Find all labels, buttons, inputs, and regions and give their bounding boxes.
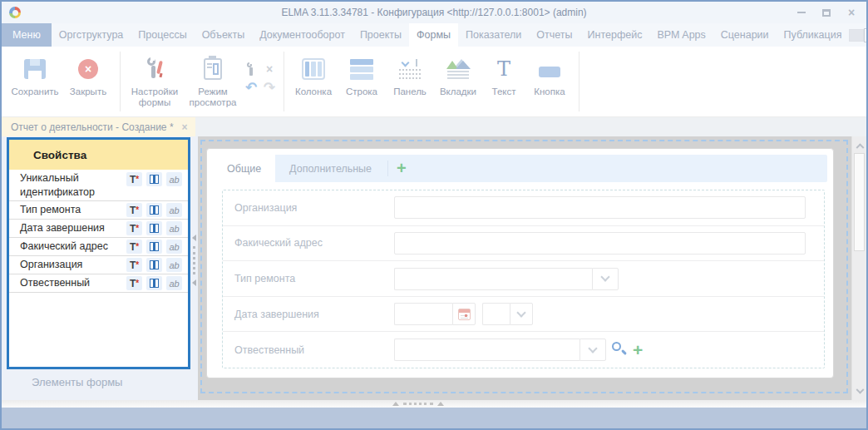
add-text-button[interactable]: T Текст bbox=[482, 50, 525, 115]
undo-button[interactable]: ↶ bbox=[242, 78, 260, 96]
menu-tab-scripts[interactable]: Сценарии bbox=[713, 23, 777, 47]
column-binding-icon[interactable] bbox=[146, 203, 162, 217]
form-field-row-completion-date[interactable]: Дата завершения bbox=[223, 297, 824, 333]
save-button[interactable]: Сохранить bbox=[8, 50, 62, 115]
rename-icon[interactable]: ab bbox=[166, 258, 182, 272]
add-button-button[interactable]: Кнопка bbox=[525, 50, 574, 115]
rename-icon[interactable]: ab bbox=[166, 240, 182, 254]
type-required-icon[interactable]: T* bbox=[126, 240, 142, 254]
menu-tab-objects[interactable]: Объекты bbox=[195, 23, 253, 47]
property-row-icons: T* ab bbox=[126, 221, 188, 235]
scroll-up-button[interactable] bbox=[852, 138, 867, 151]
menu-tab-orgstructure[interactable]: Оргструктура bbox=[52, 23, 131, 47]
repair-type-select[interactable] bbox=[394, 268, 619, 290]
time-input-group[interactable] bbox=[482, 303, 533, 325]
vertical-scrollbar[interactable] bbox=[851, 136, 866, 400]
minimize-button[interactable] bbox=[793, 5, 810, 20]
user-dropdown-button[interactable] bbox=[579, 339, 606, 361]
maximize-button[interactable] bbox=[818, 5, 835, 20]
row-icon bbox=[350, 53, 373, 85]
panel-icon bbox=[398, 53, 422, 85]
property-row-organization[interactable]: Организация T* ab bbox=[9, 256, 188, 274]
property-label: Тип ремонта bbox=[20, 203, 126, 217]
form-tab-strip: Общие Дополнительные + bbox=[213, 155, 827, 182]
add-column-button[interactable]: Колонка bbox=[289, 50, 338, 115]
property-row-unique-id[interactable]: Уникальный идентификатор T* ab bbox=[9, 170, 188, 201]
menu-tab-processes[interactable]: Процессы bbox=[131, 23, 194, 47]
rename-icon[interactable]: ab bbox=[166, 203, 182, 217]
column-binding-icon[interactable] bbox=[146, 172, 162, 186]
property-row-actual-address[interactable]: Факический адрес T* ab bbox=[9, 238, 188, 256]
select-dropdown-button[interactable] bbox=[592, 268, 619, 290]
small-wrench-button[interactable] bbox=[242, 60, 260, 78]
time-input[interactable] bbox=[482, 303, 510, 325]
user-select-value-box[interactable] bbox=[394, 339, 579, 361]
organization-text-input[interactable] bbox=[394, 196, 806, 219]
form-field-row-actual-address[interactable]: Факический адрес bbox=[223, 226, 824, 262]
form-tab-general[interactable]: Общие bbox=[213, 155, 275, 182]
date-input-group[interactable] bbox=[394, 303, 476, 325]
type-required-icon[interactable]: T* bbox=[126, 203, 142, 217]
add-tab-button[interactable]: + bbox=[390, 155, 413, 182]
type-required-icon[interactable]: T* bbox=[126, 258, 142, 272]
menu-tab-forms[interactable]: Формы bbox=[409, 23, 458, 47]
add-tabs-button[interactable]: Вкладки bbox=[434, 50, 482, 115]
rename-icon[interactable]: ab bbox=[166, 172, 182, 186]
minimize-icon bbox=[797, 12, 806, 13]
menu-tab-publication[interactable]: Публикация bbox=[777, 23, 850, 47]
form-tab-additional[interactable]: Дополнительные bbox=[275, 155, 386, 182]
rename-icon[interactable]: ab bbox=[166, 221, 182, 235]
type-required-icon[interactable]: T* bbox=[126, 221, 142, 235]
responsible-user-select[interactable] bbox=[394, 339, 606, 361]
column-binding-icon[interactable] bbox=[146, 258, 162, 272]
add-panel-button[interactable]: Панель bbox=[386, 50, 434, 115]
menu-tab-menu[interactable]: Меню bbox=[2, 23, 52, 47]
document-tab-label: Отчет о деятельности - Создание * bbox=[11, 121, 174, 133]
properties-panel: Свойства Уникальный идентификатор T* ab … bbox=[7, 137, 190, 369]
splitter-grip bbox=[193, 246, 195, 274]
close-form-button[interactable]: × Закрыть bbox=[62, 50, 115, 115]
menu-tab-bpm-apps[interactable]: BPM Apps bbox=[649, 23, 713, 47]
form-elements-section-label[interactable]: Элементы формы bbox=[2, 376, 198, 388]
document-tab-close-icon[interactable]: × bbox=[182, 121, 188, 133]
max-toggle[interactable]: MAX bbox=[849, 28, 868, 42]
view-mode-button[interactable]: Режим просмотра bbox=[184, 50, 242, 115]
calendar-icon bbox=[458, 309, 471, 320]
close-window-button[interactable]: × bbox=[843, 5, 860, 20]
column-binding-icon[interactable] bbox=[146, 240, 162, 254]
form-field-row-repair-type[interactable]: Тип ремонта bbox=[223, 261, 824, 297]
menu-tab-reports[interactable]: Отчеты bbox=[529, 23, 579, 47]
column-binding-icon[interactable] bbox=[146, 221, 162, 235]
document-tab[interactable]: Отчет о деятельности - Создание * × bbox=[2, 117, 195, 136]
scrollbar-thumb[interactable] bbox=[854, 153, 865, 251]
form-field-row-organization[interactable]: Организация bbox=[223, 190, 824, 226]
menu-tab-projects[interactable]: Проекты bbox=[353, 23, 409, 47]
redo-button[interactable]: ↷ bbox=[260, 78, 279, 96]
type-required-icon[interactable]: T* bbox=[126, 172, 142, 186]
search-user-button[interactable] bbox=[612, 342, 628, 358]
add-row-button[interactable]: Строка bbox=[338, 50, 386, 115]
clear-button[interactable]: × bbox=[260, 60, 279, 78]
form-designer-canvas[interactable]: Общие Дополнительные + Организация Факич… bbox=[198, 136, 851, 400]
horizontal-splitter[interactable] bbox=[392, 402, 444, 406]
calendar-picker-button[interactable] bbox=[452, 303, 476, 325]
window-controls: × bbox=[793, 2, 860, 23]
select-value-box[interactable] bbox=[394, 268, 592, 290]
add-user-button[interactable]: + bbox=[633, 342, 643, 358]
rename-icon[interactable]: ab bbox=[166, 276, 182, 290]
column-binding-icon[interactable] bbox=[146, 276, 162, 290]
menu-tab-docflow[interactable]: Документооборот bbox=[252, 23, 353, 47]
vertical-splitter[interactable] bbox=[190, 235, 198, 289]
property-row-completion-date[interactable]: Дата завершения T* ab bbox=[9, 220, 188, 238]
time-dropdown-button[interactable] bbox=[510, 303, 533, 325]
property-row-repair-type[interactable]: Тип ремонта T* ab bbox=[9, 201, 188, 220]
form-settings-button[interactable]: Настройки формы bbox=[126, 50, 184, 115]
property-row-responsible[interactable]: Отвественный T* ab bbox=[9, 274, 188, 293]
type-required-icon[interactable]: T* bbox=[126, 276, 142, 290]
menu-tab-interface[interactable]: Интерфейс bbox=[580, 23, 650, 47]
form-field-row-responsible[interactable]: Отвественный + bbox=[223, 332, 824, 368]
scroll-down-button[interactable] bbox=[852, 385, 867, 398]
date-input[interactable] bbox=[394, 303, 452, 325]
menu-tab-indicators[interactable]: Показатели bbox=[458, 23, 529, 47]
actual-address-text-input[interactable] bbox=[394, 232, 806, 255]
